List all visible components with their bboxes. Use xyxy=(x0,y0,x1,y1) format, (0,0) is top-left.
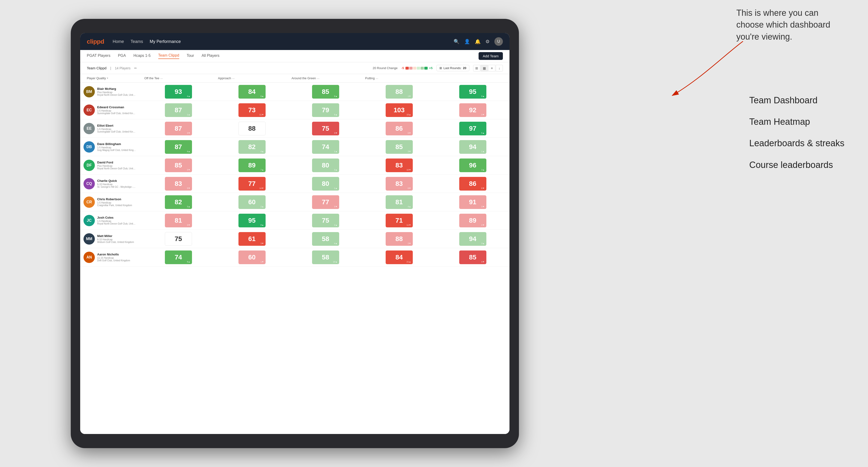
user-icon[interactable]: 👤 xyxy=(464,39,470,44)
metric-change: 4▲ xyxy=(261,150,264,153)
table-row[interactable]: DBDave Billingham1-5 HandicapGog Magog G… xyxy=(80,138,509,156)
annotation-arrow xyxy=(653,36,748,102)
nav-my-performance[interactable]: My Performance xyxy=(150,38,181,45)
player-name: Josh Coles xyxy=(97,216,140,219)
nav-teams[interactable]: Teams xyxy=(131,38,143,45)
metric-change: 15▲ xyxy=(407,114,411,116)
settings-icon[interactable]: ⚙ xyxy=(486,39,490,44)
metric-value: 77 xyxy=(248,180,255,187)
player-name: Charlie Quick xyxy=(97,179,140,183)
side-labels: Team Dashboard Team Heatmap Leaderboards… xyxy=(749,90,844,176)
edit-icon[interactable]: ✏ xyxy=(134,66,137,70)
table-row[interactable]: JCJosh Coles1-5 HandicapRoyal North Devo… xyxy=(80,211,509,230)
player-handicap: 1-5 Handicap xyxy=(97,146,140,149)
metric-change: 1▲ xyxy=(334,150,338,153)
search-icon[interactable]: 🔍 xyxy=(454,39,460,44)
col-around-green[interactable]: Around the Green — xyxy=(289,75,362,81)
metric-cell-approach: 799▲ xyxy=(289,101,362,119)
player-avatar: EE xyxy=(84,123,95,134)
subnav-pga[interactable]: PGA xyxy=(118,54,126,59)
player-club: Woburn Golf Club, United Kingdom xyxy=(97,241,136,243)
player-details: Josh Coles1-5 HandicapRoyal North Devon … xyxy=(97,216,140,225)
team-name: Team Clippd xyxy=(87,66,106,70)
metric-value: 94 xyxy=(469,235,476,243)
table-row[interactable]: ANAaron Nicholls11-15 HandicapDrift Golf… xyxy=(80,248,509,267)
metric-cell-off_tee: 824▲ xyxy=(215,138,289,156)
player-club: Craigmillar Park, United Kingdom xyxy=(97,204,136,207)
metric-value: 83 xyxy=(395,180,403,187)
nav-home[interactable]: Home xyxy=(113,38,124,45)
player-details: Elliot Ebert1-5 HandicapSunningdale Golf… xyxy=(97,124,140,133)
metric-cell-around_green: 866▼ xyxy=(362,119,436,137)
metric-cell-player_quality: 871▲ xyxy=(142,101,215,119)
metric-change: 3▲ xyxy=(334,168,338,171)
metric-change: 10▼ xyxy=(407,168,411,171)
metric-value: 80 xyxy=(322,161,329,169)
last-rounds-button[interactable]: ⊞ Last Rounds: 20 xyxy=(436,65,469,71)
metric-value: 84 xyxy=(395,253,403,261)
metric-change: 1▲ xyxy=(187,114,190,116)
list-view-button[interactable]: ≡ xyxy=(488,65,495,71)
metric-change: 2▲ xyxy=(334,224,338,226)
player-avatar: MM xyxy=(84,233,95,245)
metric-value: 82 xyxy=(175,198,182,206)
col-off-tee[interactable]: Off the Tee — xyxy=(142,75,215,81)
table-row[interactable]: CRChris Robertson1-5 HandicapCraigmillar… xyxy=(80,193,509,211)
player-info: MMMatt Miller6-10 HandicapWoburn Golf Cl… xyxy=(80,230,142,248)
metric-change: 3▲ xyxy=(482,168,485,171)
player-club: Drift Golf Club, United Kingdom xyxy=(97,259,136,262)
metric-value: 60 xyxy=(248,253,255,261)
subnav-hcaps[interactable]: Hcaps 1-5 xyxy=(133,54,151,59)
col-approach[interactable]: Approach — xyxy=(215,75,289,81)
player-club: Royal North Devon Golf Club, United King… xyxy=(97,222,136,225)
label-team-heatmap[interactable]: Team Heatmap xyxy=(749,111,844,132)
player-handicap: 1-5 Handicap xyxy=(97,201,140,204)
table-row[interactable]: MMMatt Miller6-10 HandicapWoburn Golf Cl… xyxy=(80,230,509,248)
subnav-all-players[interactable]: All Players xyxy=(202,54,220,59)
metric-change: 3▼ xyxy=(334,132,338,134)
player-name: Aaron Nicholls xyxy=(97,253,140,256)
table-row[interactable]: EEElliot Ebert1-5 HandicapSunningdale Go… xyxy=(80,119,509,138)
metric-change: 6▼ xyxy=(408,132,411,134)
subnav-team-clippd[interactable]: Team Clippd xyxy=(158,53,179,59)
metric-value: 81 xyxy=(395,198,403,206)
heatmap-view-button[interactable]: ▦ xyxy=(481,65,488,71)
subnav-tour[interactable]: Tour xyxy=(187,54,194,59)
col-putting[interactable]: Putting — xyxy=(362,75,436,81)
player-club: Royal North Devon Golf Club, United King… xyxy=(97,167,136,170)
player-info: ANAaron Nicholls11-15 HandicapDrift Golf… xyxy=(80,248,142,266)
player-info: BMBlair McHargPlus HandicapRoyal North D… xyxy=(80,83,142,101)
metric-change: 2▲ xyxy=(261,206,264,208)
label-leaderboards[interactable]: Leaderboards & streaks xyxy=(749,132,844,154)
metric-cell-off_tee: 958▲ xyxy=(215,211,289,229)
metric-change: 4▲ xyxy=(334,242,338,245)
label-course-leaderboards[interactable]: Course leaderboards xyxy=(749,154,844,176)
bell-icon[interactable]: 🔔 xyxy=(475,39,481,44)
metric-cell-player_quality: 874▲ xyxy=(142,138,215,156)
table-row[interactable]: BMBlair McHargPlus HandicapRoyal North D… xyxy=(80,83,509,101)
metric-value: 74 xyxy=(175,253,182,261)
metric-cell-player_quality: 75 xyxy=(142,230,215,248)
metric-change: 4▼ xyxy=(482,261,485,263)
last-rounds-count: 20 xyxy=(463,66,466,70)
metric-value: 92 xyxy=(469,106,476,114)
label-team-dashboard[interactable]: Team Dashboard xyxy=(749,90,844,111)
metric-cell-around_green: 10315▲ xyxy=(362,101,436,119)
metric-value: 75 xyxy=(322,217,329,224)
metric-value: 93 xyxy=(175,88,182,96)
table-row[interactable]: ECEdward Crossman1-5 HandicapSunningdale… xyxy=(80,101,509,119)
player-name: David Ford xyxy=(97,161,140,164)
add-team-button[interactable]: Add Team xyxy=(478,52,503,60)
grid-view-button[interactable]: ⊞ xyxy=(473,65,480,71)
player-club: Sunningdale Golf Club, United Kingdom xyxy=(97,112,136,115)
metric-value: 88 xyxy=(248,125,255,132)
table-row[interactable]: DFDavid FordPlus HandicapRoyal North Dev… xyxy=(80,156,509,175)
avatar[interactable]: U xyxy=(494,37,503,46)
tablet-screen: clippd Home Teams My Performance 🔍 👤 🔔 ⚙… xyxy=(80,33,509,434)
metric-change: 6▼ xyxy=(408,187,411,189)
col-player-quality[interactable]: Player Quality ▾ xyxy=(80,75,142,81)
subnav-pgat[interactable]: PGAT Players xyxy=(87,54,111,59)
metric-cell-putting: 941▲ xyxy=(436,138,509,156)
table-row[interactable]: CQCharlie Quick6-10 HandicapSt. George's… xyxy=(80,175,509,193)
export-button[interactable]: ↓ xyxy=(496,65,503,71)
